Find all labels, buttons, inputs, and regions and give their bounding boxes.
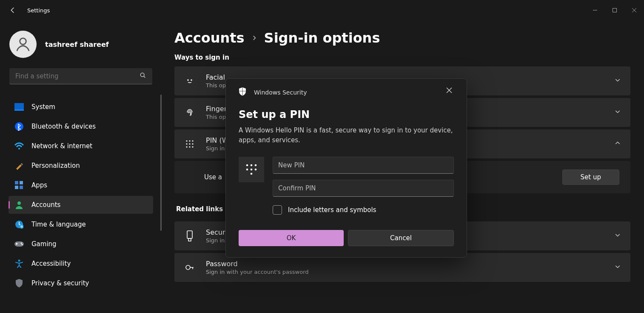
close-button[interactable]: [624, 3, 644, 17]
svg-point-20: [188, 80, 188, 80]
section-ways-heading: Ways to sign in: [174, 54, 630, 61]
svg-point-19: [18, 260, 20, 262]
svg-point-2: [20, 38, 26, 45]
card-title: Securi: [206, 228, 227, 236]
card-subtitle: Sign in: [206, 237, 227, 244]
chevron-down-icon: [614, 108, 621, 117]
scrollbar[interactable]: [160, 95, 162, 231]
nav-label: Time & language: [31, 221, 86, 228]
nav-label: Personalization: [31, 162, 80, 169]
nav-label: Accessibility: [31, 260, 71, 267]
dialog-app-name: Windows Security: [254, 89, 307, 96]
gaming-icon: [14, 239, 24, 249]
svg-rect-11: [15, 186, 18, 189]
nav-item-gaming[interactable]: Gaming: [9, 235, 153, 253]
svg-rect-31: [187, 231, 192, 238]
include-letters-label: Include letters and symbols: [288, 206, 376, 214]
dialog-close-button[interactable]: [443, 84, 456, 97]
windows-security-dialog: Windows Security Set up a PIN A Windows …: [225, 78, 467, 258]
svg-point-24: [192, 140, 193, 141]
svg-point-37: [246, 169, 248, 171]
nav-item-privacy[interactable]: Privacy & security: [9, 274, 153, 292]
svg-point-39: [255, 169, 257, 171]
back-button[interactable]: [9, 6, 17, 14]
svg-point-28: [186, 146, 187, 147]
chevron-up-icon: [614, 140, 621, 148]
dialog-title: Set up a PIN: [239, 109, 454, 121]
pin-pad-icon: [239, 157, 264, 182]
setup-button[interactable]: Set up: [562, 169, 619, 185]
minimize-button[interactable]: [585, 3, 605, 17]
svg-point-23: [189, 140, 190, 141]
svg-point-40: [251, 173, 253, 175]
accounts-icon: [14, 200, 24, 210]
card-title: Password: [206, 260, 309, 268]
avatar: [9, 31, 37, 58]
card-title: Facial: [206, 73, 226, 81]
pin-icon: [184, 140, 196, 148]
svg-point-33: [186, 265, 190, 270]
svg-point-21: [191, 80, 192, 80]
nav-item-time-language[interactable]: Time & language: [9, 215, 153, 233]
svg-point-38: [251, 169, 253, 171]
user-name: tashreef shareef: [45, 40, 109, 49]
sidebar: tashreef shareef System Bluetooth & devi…: [0, 26, 162, 298]
svg-point-36: [255, 164, 257, 167]
nav-label: Apps: [31, 181, 47, 189]
breadcrumb-parent[interactable]: Accounts: [174, 30, 245, 46]
include-letters-checkbox[interactable]: [273, 205, 282, 215]
svg-point-29: [189, 146, 190, 147]
svg-point-13: [17, 201, 21, 205]
svg-line-4: [144, 76, 145, 78]
nav-label: Bluetooth & devices: [31, 123, 96, 130]
fingerprint-icon: [184, 107, 196, 118]
shield-icon: [239, 87, 246, 98]
svg-rect-10: [20, 181, 23, 184]
user-block[interactable]: tashreef shareef: [0, 26, 162, 68]
svg-point-8: [18, 148, 20, 149]
nav-label: Accounts: [31, 201, 60, 209]
search-input[interactable]: [9, 68, 152, 84]
bluetooth-icon: [14, 122, 24, 131]
privacy-icon: [14, 279, 24, 288]
nav-item-accounts[interactable]: Accounts: [9, 196, 153, 214]
nav-item-system[interactable]: System: [9, 98, 153, 116]
svg-point-27: [192, 143, 193, 144]
ok-button[interactable]: OK: [239, 230, 344, 246]
personalization-icon: [14, 161, 24, 170]
nav-item-network[interactable]: Network & internet: [9, 137, 153, 155]
chevron-down-icon: [614, 263, 621, 272]
nav-item-apps[interactable]: Apps: [9, 176, 153, 194]
nav-item-personalization[interactable]: Personalization: [9, 157, 153, 175]
svg-point-3: [140, 73, 144, 77]
password-icon: [184, 262, 196, 273]
network-icon: [14, 141, 24, 151]
card-subtitle: This op: [206, 114, 227, 120]
confirm-pin-input[interactable]: [273, 180, 454, 197]
svg-rect-6: [14, 109, 24, 111]
maximize-button[interactable]: [605, 3, 624, 17]
nav-label: Gaming: [31, 240, 57, 248]
nav-label: Network & internet: [31, 142, 92, 150]
svg-point-35: [251, 164, 253, 167]
setup-label: Use a: [204, 173, 222, 181]
svg-point-25: [186, 143, 187, 144]
svg-point-34: [246, 164, 248, 167]
svg-rect-32: [188, 238, 191, 241]
chevron-right-icon: [251, 33, 257, 43]
app-title: Settings: [27, 7, 50, 14]
new-pin-input[interactable]: [273, 157, 454, 174]
chevron-down-icon: [614, 77, 621, 85]
apps-icon: [14, 181, 24, 190]
accessibility-icon: [14, 259, 24, 268]
svg-point-30: [192, 146, 193, 147]
card-subtitle: Sign in with your account's password: [206, 269, 309, 275]
nav-label: Privacy & security: [31, 279, 89, 287]
svg-rect-9: [15, 181, 18, 184]
security-key-icon: [184, 230, 196, 241]
nav-item-accessibility[interactable]: Accessibility: [9, 255, 153, 273]
svg-point-26: [189, 143, 190, 144]
svg-point-17: [21, 243, 22, 244]
nav-item-bluetooth[interactable]: Bluetooth & devices: [9, 118, 153, 135]
cancel-button[interactable]: Cancel: [348, 230, 454, 246]
